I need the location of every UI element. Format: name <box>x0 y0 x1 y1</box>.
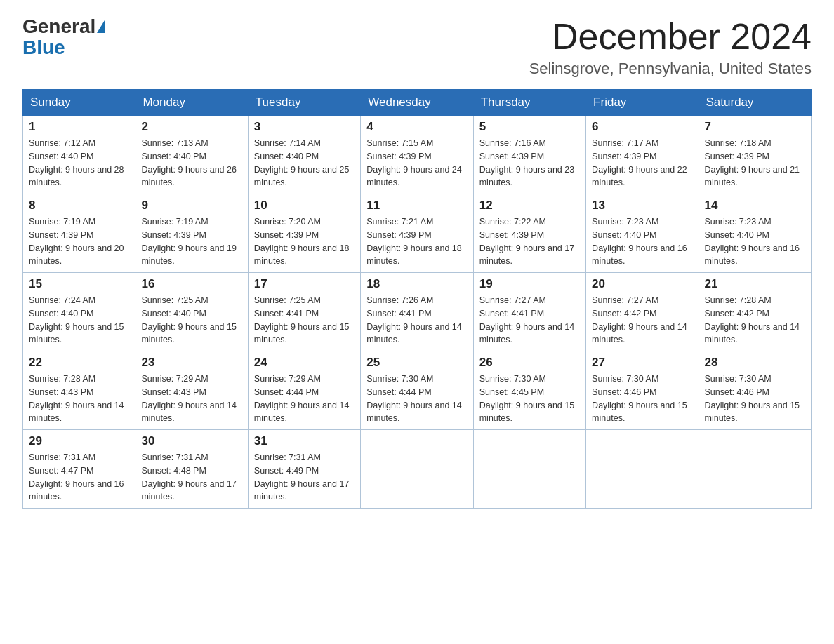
logo: General Blue <box>22 17 105 58</box>
day-number: 25 <box>366 356 467 370</box>
day-number: 18 <box>366 277 467 291</box>
day-info: Sunrise: 7:17 AMSunset: 4:39 PMDaylight:… <box>592 137 692 189</box>
calendar-cell: 1Sunrise: 7:12 AMSunset: 4:40 PMDaylight… <box>23 116 135 194</box>
day-info: Sunrise: 7:31 AMSunset: 4:48 PMDaylight:… <box>141 451 241 504</box>
day-info: Sunrise: 7:30 AMSunset: 4:46 PMDaylight:… <box>592 373 692 425</box>
day-info: Sunrise: 7:27 AMSunset: 4:41 PMDaylight:… <box>479 294 580 347</box>
day-number: 14 <box>705 199 805 213</box>
day-number: 15 <box>29 277 129 291</box>
day-info: Sunrise: 7:19 AMSunset: 4:39 PMDaylight:… <box>141 215 241 268</box>
day-number: 6 <box>592 120 692 134</box>
calendar-cell: 7Sunrise: 7:18 AMSunset: 4:39 PMDaylight… <box>699 116 811 194</box>
day-number: 7 <box>705 120 805 134</box>
calendar-week-row: 29Sunrise: 7:31 AMSunset: 4:47 PMDayligh… <box>23 430 812 509</box>
calendar-cell: 15Sunrise: 7:24 AMSunset: 4:40 PMDayligh… <box>23 273 135 351</box>
day-info: Sunrise: 7:19 AMSunset: 4:39 PMDaylight:… <box>29 215 129 268</box>
calendar-cell: 17Sunrise: 7:25 AMSunset: 4:41 PMDayligh… <box>248 273 360 351</box>
calendar-cell: 29Sunrise: 7:31 AMSunset: 4:47 PMDayligh… <box>23 430 135 509</box>
day-number: 5 <box>479 120 580 134</box>
calendar-cell: 11Sunrise: 7:21 AMSunset: 4:39 PMDayligh… <box>361 194 473 273</box>
weekday-header-monday: Monday <box>135 90 248 116</box>
day-number: 30 <box>141 434 241 448</box>
calendar-cell: 10Sunrise: 7:20 AMSunset: 4:39 PMDayligh… <box>248 194 360 273</box>
weekday-header-wednesday: Wednesday <box>361 90 473 116</box>
calendar-cell: 6Sunrise: 7:17 AMSunset: 4:39 PMDaylight… <box>586 116 699 194</box>
day-info: Sunrise: 7:30 AMSunset: 4:46 PMDaylight:… <box>705 373 805 425</box>
day-info: Sunrise: 7:28 AMSunset: 4:42 PMDaylight:… <box>705 294 805 347</box>
logo-blue: Blue <box>22 38 65 58</box>
calendar-cell: 16Sunrise: 7:25 AMSunset: 4:40 PMDayligh… <box>135 273 248 351</box>
day-number: 17 <box>254 277 355 291</box>
day-number: 29 <box>29 434 129 448</box>
day-info: Sunrise: 7:18 AMSunset: 4:39 PMDaylight:… <box>705 137 805 189</box>
calendar-cell <box>361 430 473 509</box>
calendar-subtitle: Selinsgrove, Pennsylvania, United States <box>529 60 812 78</box>
calendar-week-row: 1Sunrise: 7:12 AMSunset: 4:40 PMDaylight… <box>23 116 812 194</box>
calendar-cell: 24Sunrise: 7:29 AMSunset: 4:44 PMDayligh… <box>248 351 360 430</box>
day-number: 3 <box>254 120 355 134</box>
day-info: Sunrise: 7:20 AMSunset: 4:39 PMDaylight:… <box>254 215 355 268</box>
day-number: 13 <box>592 199 692 213</box>
day-number: 1 <box>29 120 129 134</box>
calendar-cell: 21Sunrise: 7:28 AMSunset: 4:42 PMDayligh… <box>699 273 811 351</box>
calendar-week-row: 8Sunrise: 7:19 AMSunset: 4:39 PMDaylight… <box>23 194 812 273</box>
calendar-cell <box>473 430 585 509</box>
day-number: 4 <box>366 120 467 134</box>
weekday-header-tuesday: Tuesday <box>248 90 360 116</box>
day-info: Sunrise: 7:12 AMSunset: 4:40 PMDaylight:… <box>29 137 129 189</box>
day-number: 12 <box>479 199 580 213</box>
day-number: 8 <box>29 199 129 213</box>
weekday-header-sunday: Sunday <box>23 90 135 116</box>
calendar-cell: 27Sunrise: 7:30 AMSunset: 4:46 PMDayligh… <box>586 351 699 430</box>
title-area: December 2024 Selinsgrove, Pennsylvania,… <box>529 17 812 78</box>
calendar-cell: 26Sunrise: 7:30 AMSunset: 4:45 PMDayligh… <box>473 351 585 430</box>
page-header: General Blue December 2024 Selinsgrove, … <box>22 17 812 78</box>
day-info: Sunrise: 7:30 AMSunset: 4:44 PMDaylight:… <box>366 373 467 425</box>
day-number: 28 <box>705 356 805 370</box>
calendar-cell: 8Sunrise: 7:19 AMSunset: 4:39 PMDaylight… <box>23 194 135 273</box>
calendar-title: December 2024 <box>529 17 812 57</box>
day-number: 22 <box>29 356 129 370</box>
calendar-cell: 12Sunrise: 7:22 AMSunset: 4:39 PMDayligh… <box>473 194 585 273</box>
logo-general: General <box>22 17 105 36</box>
weekday-header-friday: Friday <box>586 90 699 116</box>
day-number: 26 <box>479 356 580 370</box>
day-info: Sunrise: 7:29 AMSunset: 4:44 PMDaylight:… <box>254 373 355 425</box>
weekday-header-row: SundayMondayTuesdayWednesdayThursdayFrid… <box>23 90 812 116</box>
day-number: 20 <box>592 277 692 291</box>
calendar-cell: 22Sunrise: 7:28 AMSunset: 4:43 PMDayligh… <box>23 351 135 430</box>
calendar-cell <box>586 430 699 509</box>
day-number: 24 <box>254 356 355 370</box>
calendar-cell: 5Sunrise: 7:16 AMSunset: 4:39 PMDaylight… <box>473 116 585 194</box>
calendar-cell: 18Sunrise: 7:26 AMSunset: 4:41 PMDayligh… <box>361 273 473 351</box>
day-number: 9 <box>141 199 241 213</box>
calendar-cell: 4Sunrise: 7:15 AMSunset: 4:39 PMDaylight… <box>361 116 473 194</box>
day-info: Sunrise: 7:31 AMSunset: 4:47 PMDaylight:… <box>29 451 129 504</box>
day-info: Sunrise: 7:30 AMSunset: 4:45 PMDaylight:… <box>479 373 580 425</box>
day-info: Sunrise: 7:25 AMSunset: 4:40 PMDaylight:… <box>141 294 241 347</box>
day-number: 10 <box>254 199 355 213</box>
day-info: Sunrise: 7:23 AMSunset: 4:40 PMDaylight:… <box>592 215 692 268</box>
calendar-week-row: 15Sunrise: 7:24 AMSunset: 4:40 PMDayligh… <box>23 273 812 351</box>
day-info: Sunrise: 7:31 AMSunset: 4:49 PMDaylight:… <box>254 451 355 504</box>
calendar-cell: 30Sunrise: 7:31 AMSunset: 4:48 PMDayligh… <box>135 430 248 509</box>
day-number: 21 <box>705 277 805 291</box>
calendar-cell: 9Sunrise: 7:19 AMSunset: 4:39 PMDaylight… <box>135 194 248 273</box>
calendar-table: SundayMondayTuesdayWednesdayThursdayFrid… <box>22 89 812 509</box>
calendar-cell: 23Sunrise: 7:29 AMSunset: 4:43 PMDayligh… <box>135 351 248 430</box>
day-info: Sunrise: 7:27 AMSunset: 4:42 PMDaylight:… <box>592 294 692 347</box>
day-number: 31 <box>254 434 355 448</box>
day-info: Sunrise: 7:22 AMSunset: 4:39 PMDaylight:… <box>479 215 580 268</box>
day-info: Sunrise: 7:29 AMSunset: 4:43 PMDaylight:… <box>141 373 241 425</box>
day-number: 2 <box>141 120 241 134</box>
day-info: Sunrise: 7:25 AMSunset: 4:41 PMDaylight:… <box>254 294 355 347</box>
calendar-cell <box>699 430 811 509</box>
day-number: 23 <box>141 356 241 370</box>
day-info: Sunrise: 7:15 AMSunset: 4:39 PMDaylight:… <box>366 137 467 189</box>
day-info: Sunrise: 7:28 AMSunset: 4:43 PMDaylight:… <box>29 373 129 425</box>
calendar-cell: 28Sunrise: 7:30 AMSunset: 4:46 PMDayligh… <box>699 351 811 430</box>
calendar-cell: 13Sunrise: 7:23 AMSunset: 4:40 PMDayligh… <box>586 194 699 273</box>
day-number: 16 <box>141 277 241 291</box>
weekday-header-thursday: Thursday <box>473 90 585 116</box>
calendar-week-row: 22Sunrise: 7:28 AMSunset: 4:43 PMDayligh… <box>23 351 812 430</box>
